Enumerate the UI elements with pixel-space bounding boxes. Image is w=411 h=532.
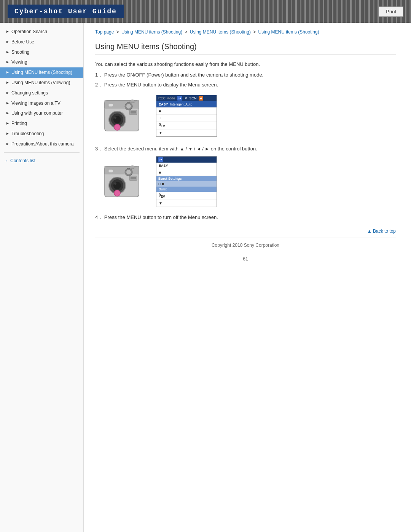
step-4: 4． Press the MENU button to turn off the… (95, 214, 396, 221)
breadcrumb: Top page > Using MENU items (Shooting) >… (95, 29, 396, 35)
chevron-right-icon: ► (6, 101, 10, 106)
chevron-right-icon: ► (6, 131, 10, 136)
svg-point-9 (126, 104, 131, 109)
camera-illustration-2 (103, 159, 152, 204)
svg-rect-6 (108, 104, 113, 107)
svg-rect-20 (108, 169, 113, 173)
svg-point-19 (114, 182, 116, 185)
footer: Copyright 2010 Sony Corporation (95, 238, 396, 252)
breadcrumb-part3[interactable]: Using MENU items (Shooting) (258, 29, 319, 35)
sidebar-item-using-menu-viewing[interactable]: ► Using MENU items (Viewing) (0, 78, 83, 88)
svg-point-7 (130, 100, 135, 103)
print-button[interactable]: Print (379, 6, 403, 17)
sidebar-item-shooting[interactable]: ► Shooting (0, 47, 83, 58)
breadcrumb-part2[interactable]: Using MENU items (Shooting) (190, 29, 251, 35)
sidebar-item-troubleshooting[interactable]: ► Troubleshooting (0, 129, 83, 139)
chevron-right-icon: ► (6, 59, 10, 65)
chevron-right-icon: ► (6, 39, 10, 45)
arrow-right-icon: → (4, 158, 8, 163)
main-layout: ► Operation Search ► Before Use ► Shooti… (0, 23, 411, 532)
chevron-right-icon: ► (6, 70, 10, 75)
back-to-top-link[interactable]: ▲ Back to top (95, 228, 396, 234)
chevron-right-icon: ► (6, 121, 10, 126)
chevron-right-icon: ► (6, 141, 10, 147)
sidebar: ► Operation Search ► Before Use ► Shooti… (0, 23, 84, 532)
sidebar-item-printing[interactable]: ► Printing (0, 118, 83, 129)
app-title: Cyber-shot User Guide (8, 5, 124, 18)
illustration-1: REC Mode i● P SCN ♣ EASY Intelligent Aut… (103, 93, 396, 139)
chevron-right-icon: ► (6, 29, 10, 34)
sidebar-item-before-use[interactable]: ► Before Use (0, 37, 83, 47)
illustration-2: i● EASY ■ Burst Settings □ ■ Burst 0EV (103, 156, 396, 207)
header: Cyber-shot User Guide Print (0, 0, 411, 23)
step-1: 1． Press the ON/OFF (Power) button and s… (95, 72, 396, 78)
breadcrumb-part1[interactable]: Using MENU items (Shooting) (121, 29, 182, 35)
sidebar-item-operation-search[interactable]: ► Operation Search (0, 27, 83, 37)
chevron-right-icon: ► (6, 50, 10, 55)
svg-point-21 (130, 166, 135, 169)
sidebar-item-using-computer[interactable]: ► Using with your computer (0, 108, 83, 118)
sidebar-item-viewing[interactable]: ► Viewing (0, 57, 83, 67)
svg-rect-27 (131, 177, 136, 179)
svg-rect-13 (131, 111, 136, 113)
step-2: 2． Press the MENU button to display the … (95, 81, 396, 88)
breadcrumb-top[interactable]: Top page (95, 29, 114, 35)
contents-list-link[interactable]: → Contents list (0, 156, 83, 166)
content-area: Top page > Using MENU items (Shooting) >… (84, 23, 411, 532)
step-3: 3． Select the desired menu item with ▲ /… (95, 145, 396, 152)
svg-point-5 (114, 117, 116, 119)
menu-screen-2: i● EASY ■ Burst Settings □ ■ Burst 0EV (156, 156, 217, 207)
chevron-right-icon: ► (6, 110, 10, 116)
menu-screen-1: REC Mode i● P SCN ♣ EASY Intelligent Aut… (156, 95, 217, 137)
intro-text: You can select the various shooting func… (95, 61, 396, 67)
svg-point-11 (114, 124, 120, 130)
chevron-right-icon: ► (6, 80, 10, 85)
page-number: 61 (95, 252, 396, 265)
sidebar-divider (4, 152, 80, 153)
sidebar-item-using-menu-shooting[interactable]: ► Using MENU items (Shooting) (0, 67, 83, 78)
svg-point-23 (126, 170, 131, 174)
sidebar-item-precautions[interactable]: ► Precautions/About this camera (0, 139, 83, 149)
camera-illustration-1 (103, 93, 152, 139)
chevron-right-icon: ► (6, 90, 10, 96)
sidebar-item-viewing-tv[interactable]: ► Viewing images on a TV (0, 98, 83, 109)
sidebar-item-changing-settings[interactable]: ► Changing settings (0, 88, 83, 98)
page-title: Using MENU items (Shooting) (95, 42, 396, 54)
svg-point-25 (114, 190, 120, 196)
